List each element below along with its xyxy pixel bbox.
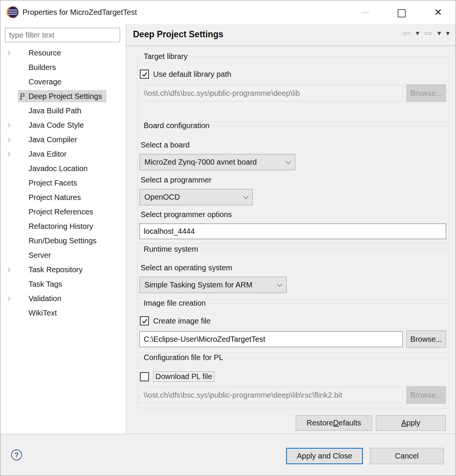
sidebar-item-label: Refactoring History bbox=[28, 222, 93, 231]
expand-chevron-icon[interactable]: › bbox=[0, 291, 18, 306]
sidebar-item-body[interactable]: Refactoring History bbox=[18, 220, 98, 232]
sidebar-item-body[interactable]: Builders bbox=[18, 61, 60, 73]
help-icon[interactable]: ? bbox=[11, 449, 22, 460]
sidebar-item-label: Task Repository bbox=[28, 265, 82, 274]
runtime-system-group-title: Runtime system bbox=[141, 245, 201, 254]
deep-flag-icon bbox=[19, 93, 25, 102]
library-browse-button: Browse... bbox=[406, 84, 446, 102]
sidebar-item-body[interactable]: Coverage bbox=[18, 76, 66, 88]
image-file-creation-group-title: Image file creation bbox=[141, 299, 208, 308]
sidebar-item-body[interactable]: Project References bbox=[18, 206, 98, 218]
close-icon[interactable]: ✕ bbox=[426, 0, 450, 24]
filter-input[interactable] bbox=[5, 28, 120, 42]
sidebar-item-builders[interactable]: Builders bbox=[0, 60, 124, 75]
chevron-down-icon bbox=[277, 281, 282, 287]
sidebar-item-body[interactable]: Validation bbox=[18, 292, 66, 305]
create-image-file-label[interactable]: Create image file bbox=[153, 317, 211, 325]
forward-history-dropdown-icon[interactable]: ▼ bbox=[437, 31, 441, 36]
sidebar-item-label: Validation bbox=[28, 294, 61, 303]
board-select-value: MicroZed Zynq-7000 avnet board bbox=[144, 158, 257, 167]
expand-chevron-icon[interactable]: › bbox=[0, 46, 18, 60]
sidebar-item-resource[interactable]: ›Resource bbox=[0, 46, 124, 60]
use-default-library-path-checkbox[interactable] bbox=[140, 70, 149, 79]
image-file-creation-group: Image file creation Create image file Br… bbox=[137, 303, 449, 353]
expand-chevron-icon[interactable]: › bbox=[0, 147, 18, 161]
expand-chevron-icon[interactable]: › bbox=[0, 118, 18, 132]
apply-and-close-button[interactable]: Apply and Close bbox=[286, 448, 363, 464]
restore-defaults-button[interactable]: Restore Defaults bbox=[296, 415, 372, 431]
os-select-value: Simple Tasking System for ARM bbox=[144, 281, 252, 289]
sidebar-item-body[interactable]: Java Compiler bbox=[18, 133, 82, 146]
select-board-label: Select a board bbox=[141, 141, 190, 149]
runtime-system-group: Runtime system Select an operating syste… bbox=[137, 249, 449, 300]
sidebar-item-body[interactable]: Java Build Path bbox=[18, 105, 86, 117]
minimize-icon[interactable]: — bbox=[353, 0, 377, 24]
select-programmer-label: Select a programmer bbox=[141, 176, 212, 184]
pl-configuration-group-title: Configuration file for PL bbox=[141, 353, 226, 362]
view-menu-dropdown-icon[interactable]: ▼ bbox=[446, 31, 450, 36]
header-toolbar: ⇦ ▼ ⇨ ▼ ▼ bbox=[403, 29, 450, 38]
checkbox-check-icon bbox=[141, 318, 148, 324]
sidebar-item-project-facets[interactable]: Project Facets bbox=[0, 176, 124, 190]
chevron-down-icon bbox=[243, 194, 249, 199]
programmer-select-value: OpenOCD bbox=[144, 193, 180, 202]
sidebar-item-body[interactable]: Run/Debug Settings bbox=[18, 235, 101, 247]
sidebar-item-body[interactable]: Project Facets bbox=[18, 177, 82, 189]
programmer-options-input[interactable] bbox=[139, 224, 446, 239]
dialog-footer: ? Apply and Close Cancel bbox=[0, 434, 456, 476]
board-select[interactable]: MicroZed Zynq-7000 avnet board bbox=[139, 154, 295, 170]
sidebar-item-wikitext[interactable]: WikiText bbox=[0, 306, 124, 320]
sidebar-item-run-debug-settings[interactable]: Run/Debug Settings bbox=[0, 233, 124, 248]
sidebar-item-task-tags[interactable]: Task Tags bbox=[0, 277, 124, 291]
download-pl-file-checkbox[interactable] bbox=[140, 372, 149, 381]
sidebar-item-coverage[interactable]: Coverage bbox=[0, 75, 124, 89]
sidebar-item-java-code-style[interactable]: ›Java Code Style bbox=[0, 118, 124, 132]
sidebar-item-body[interactable]: Server bbox=[18, 249, 55, 261]
expand-chevron-icon[interactable]: › bbox=[0, 132, 18, 147]
sidebar-item-project-natures[interactable]: Project Natures bbox=[0, 190, 124, 205]
sidebar-item-task-repository[interactable]: ›Task Repository bbox=[0, 262, 124, 277]
image-file-path-input[interactable] bbox=[139, 331, 403, 347]
apply-button[interactable]: Apply bbox=[376, 415, 446, 431]
programmer-options-label: Select programmer options bbox=[141, 210, 232, 219]
forward-arrow-icon[interactable]: ⇨ bbox=[424, 29, 432, 38]
create-image-file-checkbox[interactable] bbox=[140, 316, 149, 325]
sidebar-item-body[interactable]: Project Natures bbox=[18, 191, 86, 203]
sidebar-item-body[interactable]: WikiText bbox=[18, 307, 61, 319]
back-arrow-icon[interactable]: ⇦ bbox=[403, 29, 411, 38]
sidebar-item-label: Task Tags bbox=[28, 280, 62, 289]
sidebar-item-javadoc-location[interactable]: Javadoc Location bbox=[0, 161, 124, 176]
sidebar-item-label: Java Code Style bbox=[28, 121, 84, 130]
sidebar-item-label: Project References bbox=[28, 208, 93, 216]
sidebar-item-body[interactable]: Javadoc Location bbox=[18, 162, 92, 175]
title-bar[interactable]: Properties for MicroZedTargetTest — □ ✕ bbox=[0, 0, 456, 24]
download-pl-file-label[interactable]: Download PL file bbox=[153, 371, 214, 382]
sidebar-item-java-compiler[interactable]: ›Java Compiler bbox=[0, 132, 124, 147]
sidebar-item-java-build-path[interactable]: Java Build Path bbox=[0, 103, 124, 118]
maximize-icon[interactable]: □ bbox=[390, 0, 414, 24]
sidebar-item-java-editor[interactable]: ›Java Editor bbox=[0, 147, 124, 161]
use-default-library-path-label[interactable]: Use default library path bbox=[153, 70, 231, 79]
eclipse-logo-icon bbox=[6, 5, 19, 21]
sidebar-item-body[interactable]: Task Tags bbox=[18, 278, 67, 290]
image-file-browse-button[interactable]: Browse... bbox=[406, 330, 446, 348]
sidebar-item-body[interactable]: Deep Project Settings bbox=[18, 90, 106, 102]
sidebar-item-server[interactable]: Server bbox=[0, 248, 124, 262]
sidebar-item-body[interactable]: Resource bbox=[18, 47, 66, 59]
sidebar-item-body[interactable]: Task Repository bbox=[18, 263, 87, 276]
os-select[interactable]: Simple Tasking System for ARM bbox=[139, 277, 287, 293]
cancel-button[interactable]: Cancel bbox=[370, 448, 444, 464]
sidebar-item-body[interactable]: Java Code Style bbox=[18, 119, 89, 131]
expand-chevron-icon[interactable]: › bbox=[0, 262, 18, 277]
programmer-select[interactable]: OpenOCD bbox=[139, 189, 253, 205]
sidebar-item-body[interactable]: Java Editor bbox=[18, 148, 71, 160]
create-image-file-row: Create image file bbox=[140, 316, 211, 325]
sidebar-item-project-references[interactable]: Project References bbox=[0, 205, 124, 219]
back-history-dropdown-icon[interactable]: ▼ bbox=[416, 31, 420, 36]
main-panel: Deep Project Settings ⇦ ▼ ⇨ ▼ ▼ Target l… bbox=[126, 24, 456, 434]
sidebar-item-label: Project Natures bbox=[28, 193, 81, 202]
sidebar-item-label: Run/Debug Settings bbox=[28, 236, 97, 245]
sidebar-item-validation[interactable]: ›Validation bbox=[0, 291, 124, 306]
sidebar-item-refactoring-history[interactable]: Refactoring History bbox=[0, 219, 124, 233]
sidebar-item-deep-project-settings[interactable]: Deep Project Settings bbox=[0, 89, 124, 103]
